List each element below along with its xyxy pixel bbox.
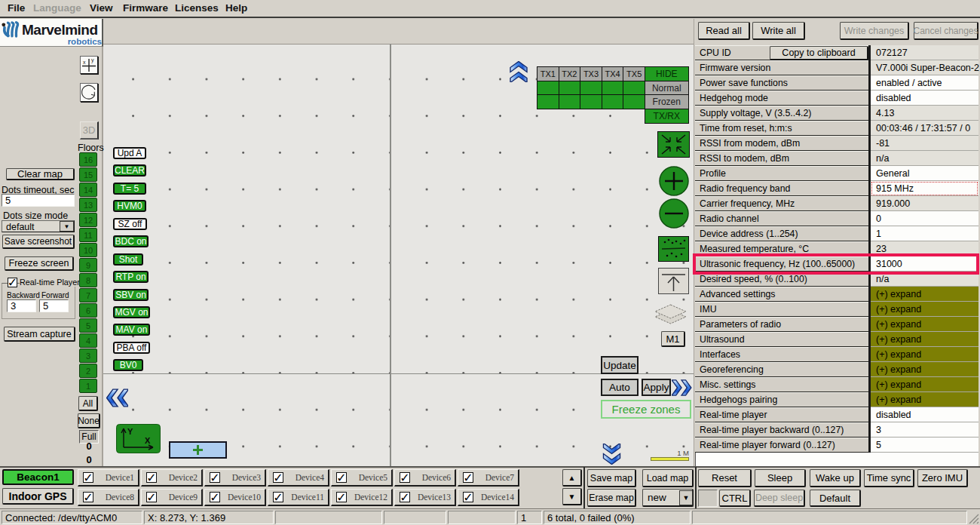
svg-text:y: y bbox=[91, 57, 94, 63]
svg-text:X: X bbox=[145, 436, 151, 445]
svg-text:Y: Y bbox=[127, 427, 133, 436]
svg-text:x: x bbox=[83, 60, 86, 65]
